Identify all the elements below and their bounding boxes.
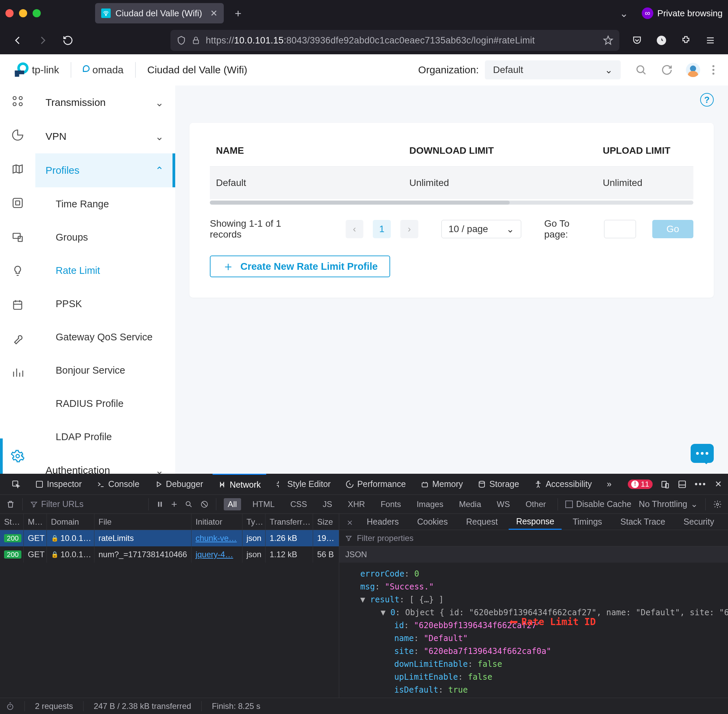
close-window[interactable] — [5, 9, 14, 17]
forward-button[interactable] — [35, 33, 50, 48]
sidebar-sub-groups[interactable]: Groups — [35, 220, 175, 254]
goto-page-input[interactable] — [604, 220, 636, 238]
address-bar[interactable]: https://10.0.101.15:8043/3936dfe92abd0c1… — [170, 30, 619, 51]
close-panel-icon[interactable]: ⨉ — [347, 517, 352, 527]
response-tab-response[interactable]: Response — [508, 514, 562, 530]
create-rate-limit-button[interactable]: ＋ Create New Rate Limit Profile — [210, 255, 390, 277]
per-page-select[interactable]: 10 / page ⌄ — [441, 220, 521, 238]
filter-fonts[interactable]: Fonts — [376, 498, 405, 510]
sidebar-sub-ldap[interactable]: LDAP Profile — [35, 420, 175, 453]
hamburger-menu-icon[interactable] — [703, 33, 718, 48]
settings-rail-icon[interactable] — [9, 448, 26, 464]
filter-properties-input[interactable]: Filter properties — [339, 530, 728, 546]
maximize-window[interactable] — [33, 9, 41, 17]
sidebar-sub-ppsk[interactable]: PPSK — [35, 287, 175, 320]
response-tab-request[interactable]: Request — [459, 514, 505, 530]
response-tab-timings[interactable]: Timings — [565, 514, 609, 530]
devtools-tab-memory[interactable]: Memory — [415, 474, 468, 495]
response-tab-security[interactable]: Security — [676, 514, 722, 530]
col-method[interactable]: M… — [24, 514, 47, 530]
devtools-tab-console[interactable]: Console — [91, 474, 145, 495]
search-icon[interactable] — [185, 500, 193, 508]
filter-media[interactable]: Media — [455, 498, 485, 510]
col-domain[interactable]: Domain — [47, 514, 95, 530]
add-request-icon[interactable]: + — [171, 498, 177, 510]
next-page-button[interactable]: › — [400, 220, 418, 238]
back-button[interactable] — [10, 33, 25, 48]
avatar[interactable] — [686, 63, 700, 77]
trash-icon[interactable] — [6, 500, 15, 509]
sidebar-sub-time-range[interactable]: Time Range — [35, 188, 175, 220]
json-response-body[interactable]: errorCode: 0 msg: "Success." ▼ result: [… — [339, 562, 728, 698]
col-status[interactable]: St… — [0, 514, 24, 530]
response-tab-cookies[interactable]: Cookies — [409, 514, 455, 530]
window-controls[interactable] — [5, 9, 41, 17]
devtools-more-icon[interactable]: ••• — [695, 479, 707, 489]
clients-rail-icon[interactable] — [9, 229, 26, 245]
refresh-icon[interactable] — [660, 63, 674, 77]
organization-select[interactable]: Default ⌄ — [485, 60, 621, 80]
col-file[interactable]: File — [95, 514, 191, 530]
error-count-badge[interactable]: 11 — [628, 480, 652, 489]
col-initiator[interactable]: Initiator — [191, 514, 242, 530]
col-transferred[interactable]: Transferr… — [266, 514, 313, 530]
network-row[interactable]: 200 GET 🔒10.0.1… rateLimits chunk-ve… js… — [0, 530, 339, 546]
filter-all[interactable]: All — [224, 498, 241, 510]
devtools-overflow-icon[interactable]: » — [601, 474, 617, 495]
filter-css[interactable]: CSS — [286, 498, 311, 510]
col-type[interactable]: Ty… — [242, 514, 266, 530]
reload-button[interactable] — [60, 33, 75, 48]
go-button[interactable]: Go — [652, 220, 693, 238]
devtools-tab-storage[interactable]: Storage — [472, 474, 525, 495]
sidebar-item-vpn[interactable]: VPN ⌄ — [35, 120, 175, 153]
filter-other[interactable]: Other — [522, 498, 550, 510]
network-row[interactable]: 200 GET 🔒10.0.1… num?_=1717381410466 jqu… — [0, 546, 339, 562]
sidebar-item-transmission[interactable]: Transmission ⌄ — [35, 86, 175, 120]
prev-page-button[interactable]: ‹ — [346, 220, 364, 238]
dock-mode-icon[interactable] — [678, 480, 687, 489]
tabs-dropdown-icon[interactable]: ⌄ — [620, 8, 628, 20]
table-row[interactable]: Default Unlimited Unlimited — [210, 166, 693, 200]
account-icon[interactable] — [654, 33, 669, 48]
devtools-tab-style-editor[interactable]: Style Editor — [270, 474, 336, 495]
tools-rail-icon[interactable] — [9, 330, 26, 347]
page-number-button[interactable]: 1 — [373, 220, 391, 238]
browser-tab[interactable]: Ciudad del Valle (Wifi) ✕ — [95, 3, 224, 23]
sidebar-sub-rate-limit[interactable]: Rate Limit — [35, 254, 175, 287]
devices-rail-icon[interactable] — [9, 195, 26, 211]
col-size[interactable]: Size — [313, 514, 339, 530]
stopwatch-icon[interactable] — [6, 702, 14, 710]
filter-ws[interactable]: WS — [493, 498, 514, 510]
pocket-icon[interactable] — [630, 33, 644, 48]
pause-icon[interactable] — [156, 501, 164, 508]
logs-rail-icon[interactable] — [9, 297, 26, 313]
insight-rail-icon[interactable] — [9, 262, 26, 279]
devtools-tab-performance[interactable]: Performance — [340, 474, 411, 495]
chat-button[interactable] — [690, 444, 714, 463]
filter-xhr[interactable]: XHR — [344, 498, 369, 510]
extensions-icon[interactable] — [678, 33, 693, 48]
filter-urls-input[interactable]: Filter URLs — [30, 499, 84, 509]
reports-rail-icon[interactable] — [9, 364, 26, 381]
bookmark-icon[interactable] — [603, 35, 613, 45]
statistics-rail-icon[interactable] — [9, 127, 26, 143]
map-rail-icon[interactable] — [9, 161, 26, 177]
devtools-tab-debugger[interactable]: Debugger — [149, 474, 209, 495]
devtools-settings-icon[interactable] — [713, 500, 722, 509]
sidebar-sub-bonjour[interactable]: Bonjour Service — [35, 354, 175, 387]
new-tab-button[interactable]: + — [229, 4, 247, 23]
sidebar-item-authentication[interactable]: Authentication ⌄ — [35, 453, 175, 474]
devtools-tab-inspector[interactable]: Inspector — [30, 474, 87, 495]
block-icon[interactable] — [200, 500, 209, 508]
sidebar-sub-gateway-qos[interactable]: Gateway QoS Service — [35, 320, 175, 354]
horizontal-scrollbar[interactable] — [210, 201, 693, 205]
response-tab-headers[interactable]: Headers — [359, 514, 406, 530]
sidebar-sub-radius[interactable]: RADIUS Profile — [35, 387, 175, 420]
close-tab-icon[interactable]: ✕ — [210, 8, 218, 19]
devtools-tab-accessibility[interactable]: Accessibility — [529, 474, 597, 495]
devtools-close-icon[interactable]: ✕ — [715, 479, 722, 489]
help-icon[interactable]: ? — [700, 93, 714, 106]
inspector-picker-icon[interactable] — [6, 474, 26, 495]
kebab-menu-icon[interactable] — [712, 65, 714, 75]
filter-js[interactable]: JS — [319, 498, 336, 510]
